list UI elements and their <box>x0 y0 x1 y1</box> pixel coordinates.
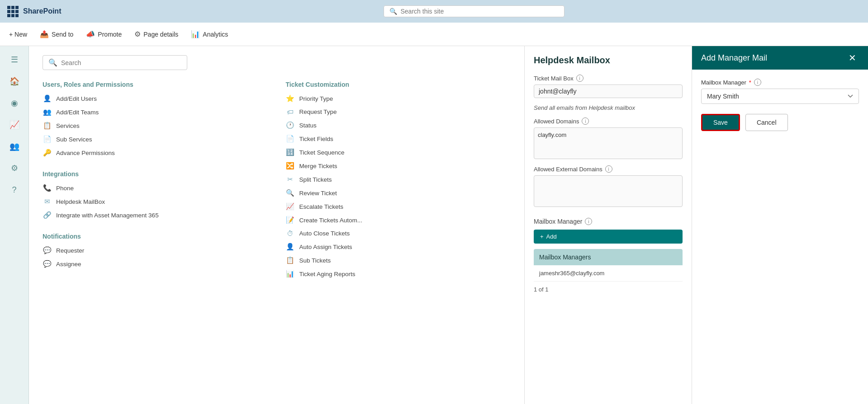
menu-item-ticket-fields[interactable]: 📄 Ticket Fields <box>286 134 511 144</box>
helpdesk-mailbox-label: Helpdesk MailBox <box>56 198 105 205</box>
analytics-button[interactable]: 📊 Analytics <box>191 30 228 38</box>
menu-item-services[interactable]: 📋 Services <box>43 121 268 131</box>
advance-permissions-icon: 🔑 <box>43 149 52 157</box>
main-layout: ☰ 🏠 ◉ 📈 👥 ⚙ ? 🔍 Users, Roles and Permiss… <box>0 46 868 404</box>
grid-icon <box>7 6 19 17</box>
menu-item-ticket-sequence[interactable]: 🔢 Ticket Sequence <box>286 147 511 157</box>
menu-item-priority-type[interactable]: ⭐ Priority Type <box>286 94 511 103</box>
sub-services-label: Sub Services <box>56 136 92 143</box>
ticket-fields-icon: 📄 <box>286 135 295 143</box>
auto-assign-tickets-label: Auto Assign Tickets <box>299 244 352 250</box>
menu-item-sub-tickets[interactable]: 📋 Sub Tickets <box>286 255 511 265</box>
ticket-sequence-label: Ticket Sequence <box>299 149 345 156</box>
send-to-button[interactable]: 📤 Send to <box>40 30 73 38</box>
menu-item-review-ticket[interactable]: 🔍 Review Ticket <box>286 188 511 198</box>
sidebar-settings-icon[interactable]: ⚙ <box>5 159 24 177</box>
sidebar-chart-icon[interactable]: 📈 <box>5 116 24 134</box>
ticket-mailbox-label: Ticket Mail Box i <box>534 75 683 82</box>
assignee-label: Assignee <box>56 261 81 268</box>
top-search-icon: 🔍 <box>389 8 397 15</box>
review-ticket-label: Review Ticket <box>299 190 337 197</box>
menu-item-auto-assign-tickets[interactable]: 👤 Auto Assign Tickets <box>286 242 511 252</box>
content-search-icon: 🔍 <box>48 58 57 67</box>
analytics-icon: 📊 <box>191 30 200 38</box>
add-manager-panel: Add Manager Mail ✕ Mailbox Manager * i M… <box>692 46 868 404</box>
page-details-button[interactable]: ⚙ Page details <box>134 30 178 38</box>
requester-icon: 💬 <box>43 246 52 254</box>
menu-item-auto-close-tickets[interactable]: ⏱ Auto Close Tickets <box>286 229 511 238</box>
panel-mailbox-manager-info-icon[interactable]: i <box>754 79 761 86</box>
allowed-domains-field[interactable]: clayfly.com <box>534 127 683 159</box>
menu-item-sub-services[interactable]: 📄 Sub Services <box>43 134 268 144</box>
sidebar-dashboard-icon[interactable]: ◉ <box>5 94 24 112</box>
menu-item-add-edit-users[interactable]: 👤 Add/Edit Users <box>43 94 268 103</box>
escalate-tickets-icon: 📈 <box>286 202 295 211</box>
send-all-emails-notice: Send all emails from Helpdesk mailbox <box>534 104 683 111</box>
priority-type-icon: ⭐ <box>286 94 295 103</box>
managers-pagination: 1 of 1 <box>534 286 683 293</box>
sidebar-menu-icon[interactable]: ☰ <box>5 51 24 69</box>
new-button[interactable]: + New <box>9 31 27 38</box>
mailbox-manager-info-icon[interactable]: i <box>585 218 592 225</box>
menu-item-create-tickets-autom[interactable]: 📝 Create Tickets Autom... <box>286 215 511 225</box>
ticket-mailbox-info-icon[interactable]: i <box>576 75 583 82</box>
sidebar-icons: ☰ 🏠 ◉ 📈 👥 ⚙ ? <box>0 46 29 404</box>
sub-services-icon: 📄 <box>43 135 52 143</box>
right-menu-col: Ticket Customization ⭐ Priority Type 🏷 R… <box>286 81 511 291</box>
sidebar-users-icon[interactable]: 👥 <box>5 137 24 155</box>
auto-assign-tickets-icon: 👤 <box>286 243 295 251</box>
required-star: * <box>749 79 751 86</box>
panel-actions: Save Cancel <box>701 114 859 131</box>
managers-table-header: Mailbox Managers <box>534 249 683 265</box>
review-ticket-icon: 🔍 <box>286 189 295 197</box>
promote-label: Promote <box>98 31 122 38</box>
menu-item-request-type[interactable]: 🏷 Request Type <box>286 107 511 117</box>
menu-item-advance-permissions[interactable]: 🔑 Advance Permissions <box>43 148 268 158</box>
create-tickets-autom-icon: 📝 <box>286 216 295 224</box>
sidebar-help-icon[interactable]: ? <box>5 181 24 199</box>
menu-item-phone[interactable]: 📞 Phone <box>43 183 268 193</box>
escalate-tickets-label: Escalate Tickets <box>299 203 344 210</box>
add-manager-button[interactable]: + Add <box>534 230 683 244</box>
integrations-items: 📞 Phone ✉ Helpdesk MailBox 🔗 Integrate w… <box>43 183 268 220</box>
phone-label: Phone <box>56 185 74 192</box>
analytics-label: Analytics <box>203 31 228 38</box>
ticket-sequence-icon: 🔢 <box>286 148 295 156</box>
top-search-input[interactable] <box>401 8 559 15</box>
request-type-label: Request Type <box>299 108 337 115</box>
auto-close-tickets-label: Auto Close Tickets <box>299 230 350 237</box>
promote-button[interactable]: 📣 Promote <box>86 30 122 38</box>
nav-logo: SharePoint <box>7 6 80 17</box>
mailbox-manager-select[interactable]: Mary Smith John Thompson Sarah Lee <box>701 89 859 104</box>
page-details-label: Page details <box>143 31 178 38</box>
menu-item-add-edit-teams[interactable]: 👥 Add/Edit Teams <box>43 107 268 117</box>
menu-item-ticket-aging-reports[interactable]: 📊 Ticket Aging Reports <box>286 269 511 279</box>
menu-item-requester[interactable]: 💬 Requester <box>43 245 268 255</box>
menu-item-helpdesk-mailbox[interactable]: ✉ Helpdesk MailBox <box>43 197 268 207</box>
top-nav: SharePoint 🔍 <box>0 0 868 23</box>
allowed-external-domains-field[interactable] <box>534 175 683 207</box>
sidebar-home-icon[interactable]: 🏠 <box>5 72 24 90</box>
menu-item-merge-tickets[interactable]: 🔀 Merge Tickets <box>286 161 511 171</box>
section-ticket-customization: Ticket Customization ⭐ Priority Type 🏷 R… <box>286 81 511 279</box>
content-area: 🔍 Users, Roles and Permissions 👤 Add/Edi… <box>29 46 524 404</box>
menu-item-asset-management[interactable]: 🔗 Integrate with Asset Management 365 <box>43 210 268 220</box>
menu-item-escalate-tickets[interactable]: 📈 Escalate Tickets <box>286 202 511 211</box>
add-edit-users-icon: 👤 <box>43 94 52 103</box>
allowed-domains-label: Allowed Domains i <box>534 117 683 125</box>
allowed-domains-info-icon[interactable]: i <box>582 117 589 125</box>
content-search-input[interactable] <box>61 59 181 66</box>
logo-text: SharePoint <box>23 7 61 15</box>
menu-item-split-tickets[interactable]: ✂ Split Tickets <box>286 174 511 184</box>
top-search-bar: 🔍 <box>384 5 564 17</box>
menu-item-status[interactable]: 🕐 Status <box>286 120 511 130</box>
menu-item-assignee[interactable]: 💬 Assignee <box>43 259 268 269</box>
split-tickets-label: Split Tickets <box>299 176 332 183</box>
add-manager-close-button[interactable]: ✕ <box>845 51 859 65</box>
cancel-button[interactable]: Cancel <box>745 114 788 131</box>
allowed-external-domains-info-icon[interactable]: i <box>605 165 612 173</box>
merge-tickets-icon: 🔀 <box>286 162 295 170</box>
save-button[interactable]: Save <box>701 114 740 131</box>
add-manager-panel-header: Add Manager Mail ✕ <box>692 46 868 70</box>
add-manager-panel-title: Add Manager Mail <box>701 53 767 63</box>
